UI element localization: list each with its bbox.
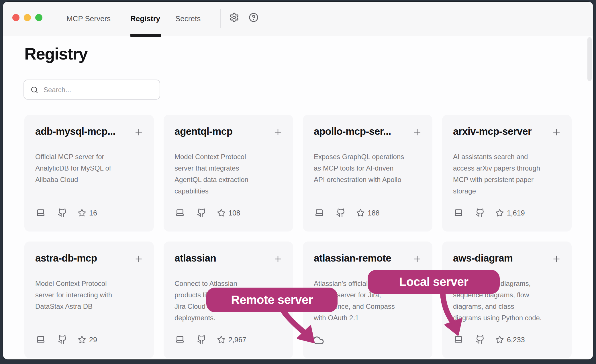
laptop-icon <box>175 334 185 344</box>
add-server-button[interactable] <box>413 255 421 264</box>
star-count: 29 <box>89 335 97 345</box>
search-icon <box>30 86 38 94</box>
server-card[interactable]: arxiv-mcp-serverAI assistants search and… <box>442 115 572 232</box>
server-name: atlassian-remote <box>314 252 391 264</box>
server-card[interactable]: adb-mysql-mcp...Official MCP server forA… <box>24 115 154 232</box>
star-count: 6,233 <box>507 335 525 345</box>
server-card[interactable]: apollo-mcp-ser...Exposes GraphQL operati… <box>303 115 432 232</box>
minimize-button[interactable] <box>24 14 31 21</box>
star-icon <box>78 209 86 217</box>
app-window: MCP Servers Registry Secrets Registry ad… <box>3 2 593 359</box>
server-card[interactable]: aws-diagramGenerate AWS diagrams,sequenc… <box>442 242 572 358</box>
star-icon <box>217 335 226 344</box>
search-input[interactable] <box>43 80 156 100</box>
server-name: apollo-mcp-ser... <box>314 126 391 137</box>
server-description: Model Context Protocolserver that integr… <box>175 151 283 197</box>
github-icon <box>58 208 67 217</box>
header-divider <box>220 9 221 28</box>
github-icon <box>336 208 346 217</box>
cloud-icon <box>312 336 324 346</box>
laptop-icon <box>453 207 464 217</box>
laptop-icon <box>35 334 46 344</box>
add-server-button[interactable] <box>134 128 143 138</box>
server-card[interactable]: astra-db-mcpModel Context Protocolserver… <box>24 242 154 358</box>
server-description: Model Context Protocolserver for interac… <box>35 278 144 312</box>
page-title: Registry <box>24 44 87 63</box>
zoom-button[interactable] <box>35 14 42 21</box>
add-server-button[interactable] <box>274 128 282 138</box>
star-icon <box>495 335 504 344</box>
star-count: 1,619 <box>507 208 525 218</box>
gear-icon[interactable] <box>229 12 239 24</box>
server-description: AI assistants search andaccess arXiv pap… <box>453 151 562 197</box>
github-icon <box>475 335 485 344</box>
tab-registry[interactable]: Registry <box>130 2 160 36</box>
remote-server-callout: Remote server <box>206 288 338 312</box>
server-card[interactable]: agentql-mcpModel Context Protocolserver … <box>164 115 293 232</box>
tab-mcp-servers[interactable]: MCP Servers <box>66 2 111 36</box>
server-name: aws-diagram <box>453 252 513 264</box>
star-icon <box>78 335 86 344</box>
star-count: 2,967 <box>228 335 246 345</box>
server-name: adb-mysql-mcp... <box>35 126 115 137</box>
laptop-icon <box>35 207 46 217</box>
server-name: agentql-mcp <box>175 126 233 137</box>
add-server-button[interactable] <box>274 255 282 264</box>
github-icon <box>475 208 485 217</box>
add-server-button[interactable] <box>134 255 143 264</box>
local-server-callout: Local server <box>368 270 500 294</box>
star-count: 188 <box>368 208 380 218</box>
server-name: atlassian <box>175 252 216 264</box>
github-icon <box>197 335 206 344</box>
star-count: 108 <box>228 208 240 218</box>
star-icon <box>495 209 504 217</box>
add-server-button[interactable] <box>552 255 561 264</box>
github-icon <box>58 335 67 344</box>
star-icon <box>356 209 365 217</box>
laptop-icon <box>314 207 325 217</box>
github-icon <box>197 208 206 217</box>
search-box <box>23 80 160 100</box>
server-name: arxiv-mcp-server <box>453 126 532 137</box>
server-description: Official MCP server forAnalyticDB for My… <box>35 151 144 185</box>
active-tab-underline <box>130 34 161 37</box>
server-name: astra-db-mcp <box>35 252 97 264</box>
close-button[interactable] <box>12 14 19 21</box>
scrollbar-thumb[interactable] <box>587 37 592 81</box>
help-icon[interactable] <box>249 13 258 23</box>
server-description: Exposes GraphQL operationsas MCP tools f… <box>314 151 423 185</box>
star-count: 16 <box>89 208 97 218</box>
laptop-icon <box>175 207 185 217</box>
tab-secrets[interactable]: Secrets <box>175 2 201 36</box>
add-server-button[interactable] <box>413 128 421 138</box>
laptop-icon <box>453 334 464 344</box>
star-icon <box>217 209 226 217</box>
add-server-button[interactable] <box>552 128 561 138</box>
